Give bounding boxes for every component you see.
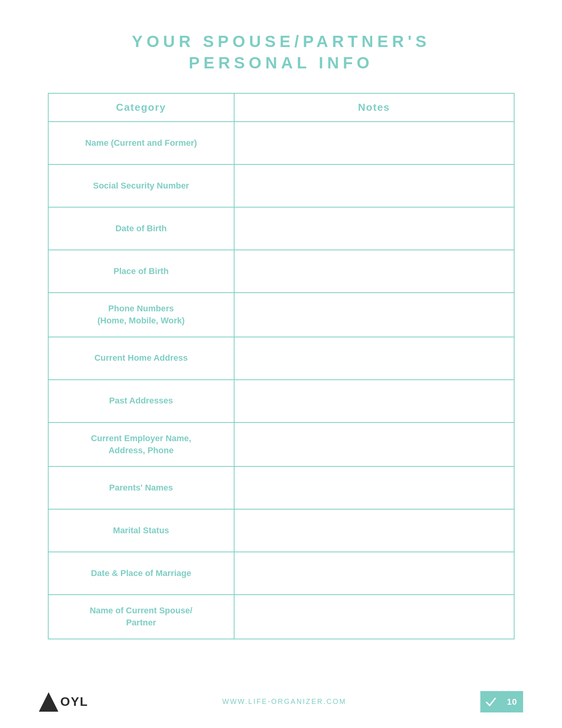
table-row: Marital Status	[49, 510, 514, 552]
row-notes-cell	[235, 208, 514, 250]
row-notes-cell	[235, 595, 514, 639]
table-row: Past Addresses	[49, 380, 514, 423]
category-label: Phone Numbers(Home, Mobile, Work)	[97, 303, 185, 327]
footer-page-badge: 10	[480, 691, 523, 712]
table-row: Date of Birth	[49, 208, 514, 250]
category-label: Date of Birth	[116, 223, 167, 235]
table-row: Name (Current and Former)	[49, 122, 514, 165]
info-table: Category Notes Name (Current and Former)…	[48, 93, 515, 639]
category-label: Date & Place of Marriage	[91, 567, 191, 580]
logo-text: OYL	[60, 695, 88, 709]
title-line1: YOUR SPOUSE/PARTNER'S	[132, 31, 431, 52]
row-notes-cell	[235, 250, 514, 292]
row-notes-cell	[235, 293, 514, 337]
category-label: Current Employer Name,Address, Phone	[91, 433, 191, 457]
footer-url: WWW.LIFE-ORGANIZER.COM	[222, 698, 346, 706]
category-label: Parents' Names	[109, 482, 173, 494]
row-category-cell: Past Addresses	[49, 380, 235, 422]
page-number-box: 10	[502, 691, 523, 712]
row-notes-cell	[235, 467, 514, 509]
table-row: Current Employer Name,Address, Phone	[49, 423, 514, 467]
table-row: Name of Current Spouse/Partner	[49, 595, 514, 639]
checkmark-box	[480, 691, 502, 712]
row-notes-cell	[235, 552, 514, 594]
row-category-cell: Current Employer Name,Address, Phone	[49, 423, 235, 466]
checkmark-icon	[485, 696, 497, 708]
page-number: 10	[507, 697, 517, 707]
header-notes-cell: Notes	[235, 94, 514, 121]
row-category-cell: Place of Birth	[49, 250, 235, 292]
row-category-cell: Parents' Names	[49, 467, 235, 509]
row-notes-cell	[235, 380, 514, 422]
category-label: Social Security Number	[93, 180, 189, 192]
logo-icon	[39, 692, 58, 712]
row-category-cell: Current Home Address	[49, 337, 235, 379]
logo: OYL	[39, 692, 88, 712]
category-label: Name of Current Spouse/Partner	[90, 605, 193, 629]
title-line2: PERSONAL INFO	[132, 52, 431, 74]
footer: OYL WWW.LIFE-ORGANIZER.COM 10	[39, 691, 523, 712]
row-category-cell: Social Security Number	[49, 165, 235, 207]
category-label: Current Home Address	[95, 352, 188, 364]
row-category-cell: Name of Current Spouse/Partner	[49, 595, 235, 639]
row-notes-cell	[235, 510, 514, 552]
table-header: Category Notes	[49, 94, 514, 122]
row-notes-cell	[235, 165, 514, 207]
row-notes-cell	[235, 423, 514, 466]
header-category-label: Category	[116, 101, 166, 113]
row-category-cell: Marital Status	[49, 510, 235, 552]
table-row: Parents' Names	[49, 467, 514, 510]
table-row: Social Security Number	[49, 165, 514, 208]
row-category-cell: Date & Place of Marriage	[49, 552, 235, 594]
header-notes-label: Notes	[358, 101, 390, 113]
category-label: Marital Status	[113, 525, 169, 537]
page: YOUR SPOUSE/PARTNER'S PERSONAL INFO Cate…	[0, 0, 562, 728]
table-row: Phone Numbers(Home, Mobile, Work)	[49, 293, 514, 337]
table-row: Date & Place of Marriage	[49, 552, 514, 595]
page-title: YOUR SPOUSE/PARTNER'S PERSONAL INFO	[132, 31, 431, 73]
category-label: Name (Current and Former)	[85, 137, 197, 149]
row-notes-cell	[235, 337, 514, 379]
category-label: Place of Birth	[114, 265, 169, 278]
svg-marker-0	[39, 692, 58, 712]
row-notes-cell	[235, 122, 514, 164]
row-category-cell: Phone Numbers(Home, Mobile, Work)	[49, 293, 235, 337]
category-label: Past Addresses	[109, 395, 173, 407]
row-category-cell: Name (Current and Former)	[49, 122, 235, 164]
table-row: Place of Birth	[49, 250, 514, 293]
table-row: Current Home Address	[49, 337, 514, 380]
row-category-cell: Date of Birth	[49, 208, 235, 250]
header-category-cell: Category	[49, 94, 235, 121]
